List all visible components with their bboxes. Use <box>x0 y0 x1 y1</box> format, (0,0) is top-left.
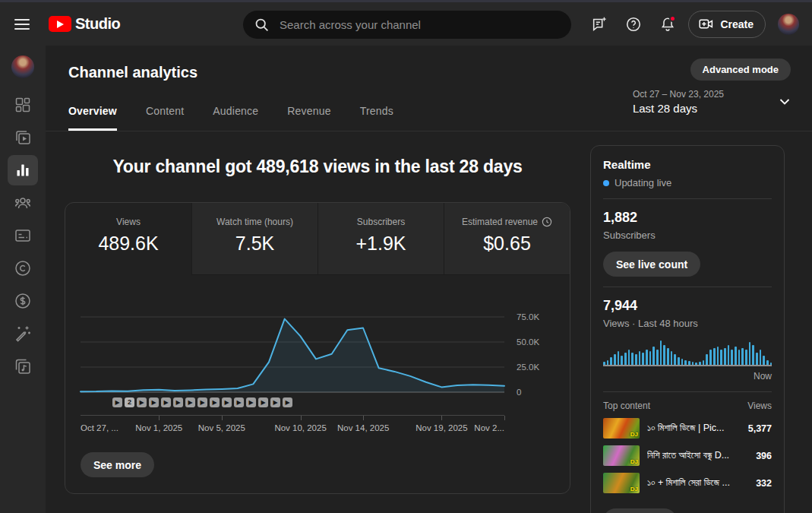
x-tick-label: Oct 27, ... <box>81 423 118 432</box>
see-live-count-button[interactable]: See live count <box>603 252 700 277</box>
sidebar-item-dashboard[interactable] <box>8 90 38 120</box>
line-chart-svg[interactable]: 025.0K50.0K75.0K <box>65 298 567 404</box>
dashboard-icon <box>14 96 32 114</box>
realtime-bar-chart[interactable] <box>603 340 772 366</box>
realtime-bar <box>660 340 662 365</box>
video-marker-play-icon[interactable]: ▶ <box>270 397 280 407</box>
metric-card-subscribers[interactable]: Subscribers+1.9K <box>318 203 444 275</box>
metric-card-estimated-revenue[interactable]: Estimated revenue$0.65 <box>444 203 570 275</box>
search-bar[interactable] <box>243 11 571 39</box>
views-chart[interactable]: 025.0K50.0K75.0K ▶2▶▶▶▶▶▶▶▶▶▶▶▶▶ Oct 27,… <box>65 275 570 442</box>
top-content-header: Top content Views <box>603 401 772 411</box>
sidebar-item-subtitles[interactable] <box>8 220 38 251</box>
tab-trends[interactable]: Trends <box>360 105 393 131</box>
realtime-bar <box>752 345 754 365</box>
realtime-views-value: 7,944 <box>603 298 772 314</box>
video-marker-play-icon[interactable]: ▶ <box>149 397 159 407</box>
date-range-selector[interactable]: Oct 27 – Nov 23, 2025 Last 28 days <box>633 89 791 115</box>
video-marker-count[interactable]: 2 <box>125 397 134 407</box>
video-marker-play-icon[interactable]: ▶ <box>112 397 122 407</box>
video-marker-play-icon[interactable]: ▶ <box>185 397 195 407</box>
x-tick <box>363 416 364 420</box>
youtube-studio-logo[interactable]: Studio <box>49 15 120 33</box>
sidebar-item-content[interactable] <box>8 122 38 153</box>
search-input[interactable] <box>278 17 561 32</box>
video-marker-play-icon[interactable]: ▶ <box>222 397 232 407</box>
sidebar-item-customization[interactable] <box>8 318 38 349</box>
realtime-bar <box>709 350 712 365</box>
video-marker-play-icon[interactable]: ▶ <box>246 397 256 407</box>
video-marker-play-icon[interactable]: ▶ <box>173 397 183 407</box>
realtime-bar <box>738 350 741 365</box>
tab-overview[interactable]: Overview <box>68 105 117 131</box>
video-thumbnail: DJ <box>603 418 640 439</box>
see-more-button[interactable]: See more <box>81 452 154 477</box>
sidebar-item-audio-library[interactable] <box>8 351 38 382</box>
headline: Your channel got 489,618 views in the la… <box>65 157 570 177</box>
realtime-bar <box>724 348 726 365</box>
divider <box>603 198 772 199</box>
live-dot-icon <box>603 180 609 186</box>
realtime-bar <box>618 351 620 365</box>
feedback-icon[interactable] <box>586 11 613 38</box>
notifications-icon[interactable] <box>654 11 681 38</box>
realtime-bar <box>745 350 747 365</box>
y-tick-label: 25.0K <box>517 363 539 372</box>
video-marker-play-icon[interactable]: ▶ <box>137 397 147 407</box>
realtime-bar <box>706 354 708 365</box>
tab-revenue[interactable]: Revenue <box>287 105 330 131</box>
help-icon[interactable] <box>620 11 647 38</box>
top-content-row[interactable]: DJ১০ + মিশালি সেরা ডিজে ...332 <box>603 473 772 493</box>
analytics-icon <box>14 161 32 179</box>
realtime-bar <box>688 361 690 365</box>
video-marker-play-icon[interactable]: ▶ <box>210 397 220 407</box>
video-marker-play-icon[interactable]: ▶ <box>258 397 268 407</box>
divider <box>603 391 772 392</box>
create-button[interactable]: Create <box>688 11 766 38</box>
top-content-row[interactable]: DJনিশি রাতে আইসো বন্ধু D...396 <box>603 445 772 466</box>
video-title: ১০ + মিশালি সেরা ডিজে ... <box>647 477 748 489</box>
realtime-bar <box>639 351 641 365</box>
account-avatar[interactable] <box>778 14 799 35</box>
realtime-bar <box>674 354 676 365</box>
x-tick-label: Nov 2... <box>474 423 504 432</box>
metric-strip: Views489.6KWatch time (hours)7.5KSubscri… <box>65 203 570 275</box>
video-marker-play-icon[interactable]: ▶ <box>283 397 292 407</box>
realtime-bar <box>766 360 769 365</box>
chevron-down-icon[interactable] <box>779 96 791 108</box>
earn-icon <box>14 292 32 310</box>
audio-library-icon <box>14 357 32 375</box>
sidebar-item-analytics[interactable] <box>8 155 38 185</box>
realtime-see-more-button[interactable]: See more <box>603 508 677 513</box>
sidebar-item-community[interactable] <box>8 188 38 218</box>
realtime-bar <box>684 360 687 365</box>
realtime-views-label: Views · Last 48 hours <box>603 318 772 329</box>
metric-label: Subscribers <box>357 217 405 227</box>
tab-audience[interactable]: Audience <box>213 105 258 131</box>
video-marker-play-icon[interactable]: ▶ <box>197 397 207 407</box>
x-tick-label: Nov 10, 2025 <box>274 423 326 432</box>
video-marker-play-icon[interactable]: ▶ <box>234 397 244 407</box>
metric-card-views[interactable]: Views489.6K <box>65 203 191 275</box>
sidebar-item-earn[interactable] <box>8 286 38 316</box>
channel-avatar[interactable] <box>11 55 34 78</box>
community-icon <box>14 194 32 212</box>
y-tick-label: 50.0K <box>517 337 539 347</box>
realtime-bar <box>607 360 609 365</box>
dj-label: DJ <box>630 486 638 492</box>
menu-icon[interactable] <box>14 19 30 30</box>
sidebar-item-copyright[interactable] <box>8 253 38 283</box>
metric-value: 489.6K <box>98 233 158 255</box>
x-tick <box>159 416 160 420</box>
advanced-mode-button[interactable]: Advanced mode <box>690 59 791 81</box>
top-content-row[interactable]: DJ১০ মিশালি ডিজে | Pic...5,377 <box>603 418 772 439</box>
video-thumbnail: DJ <box>603 445 640 466</box>
x-tick <box>441 416 442 420</box>
metric-card-watch-time-hours[interactable]: Watch time (hours)7.5K <box>191 203 318 275</box>
realtime-bar <box>717 347 719 365</box>
video-marker-play-icon[interactable]: ▶ <box>161 397 171 407</box>
topbar-actions: Create <box>586 11 799 38</box>
y-tick-label: 0 <box>517 388 521 397</box>
realtime-bar <box>631 353 633 365</box>
tab-content[interactable]: Content <box>146 105 184 131</box>
